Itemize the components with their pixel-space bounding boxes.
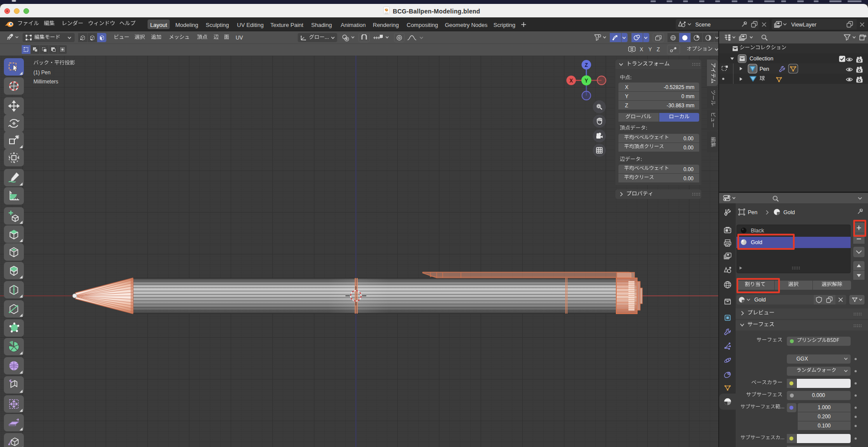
svg-text:Y: Y (585, 78, 588, 84)
svg-text:Z: Z (585, 62, 588, 68)
svg-text:X: X (569, 78, 573, 84)
